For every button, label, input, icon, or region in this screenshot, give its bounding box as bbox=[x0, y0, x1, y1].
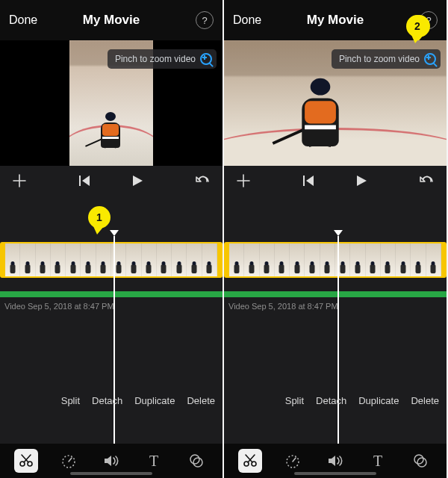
play-button[interactable] bbox=[127, 170, 148, 191]
clip-actions: Split Detach Duplicate Delete bbox=[61, 395, 215, 406]
play-button[interactable] bbox=[351, 170, 372, 191]
home-indicator[interactable] bbox=[294, 472, 376, 475]
delete-button[interactable]: Delete bbox=[187, 395, 215, 406]
zoom-hint[interactable]: Pinch to zoom video bbox=[108, 49, 217, 69]
split-button[interactable]: Split bbox=[61, 395, 80, 406]
video-preview[interactable]: Pinch to zoom video bbox=[0, 40, 223, 166]
timeline[interactable]: Video Sep 5, 2018 at 8:47 PM Split Detac… bbox=[224, 196, 447, 444]
phone-right: Done My Movie ? Pinch to zoom video 2 bbox=[224, 0, 447, 478]
page-title: My Movie bbox=[83, 13, 140, 28]
zoom-hint-label: Pinch to zoom video bbox=[339, 54, 420, 64]
done-button[interactable]: Done bbox=[9, 13, 37, 27]
prev-frame-button[interactable] bbox=[299, 170, 320, 191]
text-tool[interactable]: T bbox=[366, 449, 390, 473]
undo-button[interactable] bbox=[193, 170, 214, 191]
playhead[interactable] bbox=[337, 236, 339, 444]
delete-button[interactable]: Delete bbox=[411, 395, 439, 406]
phone-left: Done My Movie ? Pinch to zoom video bbox=[0, 0, 223, 478]
home-indicator[interactable] bbox=[70, 472, 152, 475]
text-tool[interactable]: T bbox=[142, 449, 166, 473]
page-title: My Movie bbox=[307, 13, 364, 28]
svg-marker-15 bbox=[329, 456, 335, 466]
add-media-button[interactable] bbox=[9, 170, 30, 191]
duplicate-button[interactable]: Duplicate bbox=[358, 395, 399, 406]
volume-tool[interactable] bbox=[323, 449, 347, 473]
audio-track[interactable] bbox=[224, 291, 447, 297]
video-clip[interactable] bbox=[0, 242, 223, 278]
undo-button[interactable] bbox=[417, 170, 438, 191]
header: Done My Movie ? bbox=[0, 0, 223, 40]
svg-rect-0 bbox=[79, 176, 81, 186]
scissors-tool[interactable] bbox=[14, 449, 38, 473]
detach-button[interactable]: Detach bbox=[92, 395, 122, 406]
transport-bar bbox=[224, 166, 447, 196]
svg-marker-2 bbox=[133, 176, 143, 186]
timeline[interactable]: 1 Video Sep 5, 2018 at 8:47 PM Split Det… bbox=[0, 196, 223, 444]
svg-marker-1 bbox=[82, 176, 90, 186]
add-media-button[interactable] bbox=[233, 170, 254, 191]
filters-tool[interactable] bbox=[184, 449, 208, 473]
clip-actions: Split Detach Duplicate Delete bbox=[285, 395, 439, 406]
callout-badge-2: 2 bbox=[406, 15, 429, 37]
callout-badge-1: 1 bbox=[88, 206, 111, 229]
speed-tool[interactable] bbox=[281, 449, 305, 473]
filters-tool[interactable] bbox=[408, 449, 432, 473]
transport-bar bbox=[0, 166, 223, 196]
video-clip[interactable] bbox=[224, 242, 447, 278]
zoom-hint-label: Pinch to zoom video bbox=[115, 54, 196, 64]
audio-track[interactable] bbox=[0, 291, 223, 297]
speed-tool[interactable] bbox=[57, 449, 81, 473]
duplicate-button[interactable]: Duplicate bbox=[134, 395, 175, 406]
svg-marker-6 bbox=[105, 456, 111, 466]
zoom-hint[interactable]: Pinch to zoom video bbox=[332, 49, 441, 69]
prev-frame-button[interactable] bbox=[75, 170, 96, 191]
svg-marker-10 bbox=[306, 176, 314, 186]
video-preview[interactable]: Pinch to zoom video 2 bbox=[224, 40, 447, 166]
playhead[interactable] bbox=[113, 236, 115, 444]
help-button[interactable]: ? bbox=[196, 11, 214, 29]
volume-tool[interactable] bbox=[99, 449, 123, 473]
done-button[interactable]: Done bbox=[233, 13, 261, 27]
split-button[interactable]: Split bbox=[285, 395, 304, 406]
zoom-in-icon bbox=[200, 53, 212, 65]
svg-rect-9 bbox=[303, 176, 305, 186]
detach-button[interactable]: Detach bbox=[316, 395, 346, 406]
zoom-in-icon bbox=[424, 53, 436, 65]
svg-marker-11 bbox=[357, 176, 367, 186]
scissors-tool[interactable] bbox=[238, 449, 262, 473]
